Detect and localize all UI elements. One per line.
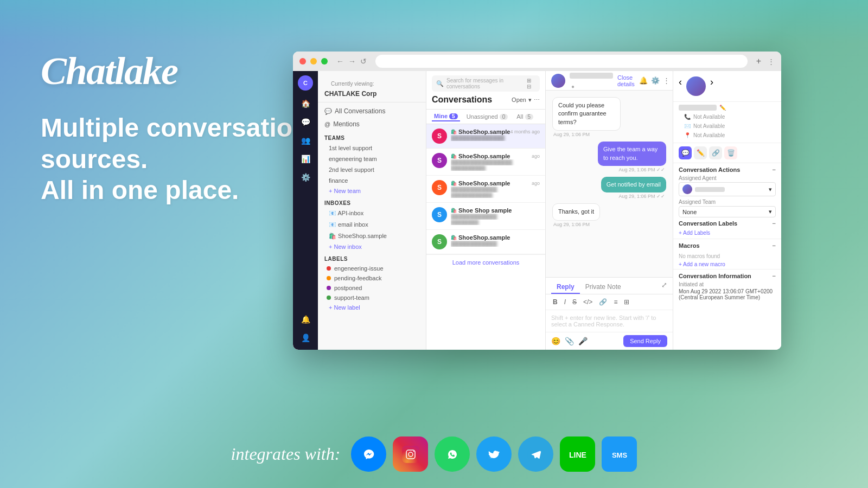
inbox-api[interactable]: 📧 API-inbox bbox=[318, 208, 426, 219]
conv-info-collapse[interactable]: − bbox=[773, 273, 776, 279]
assigned-agent-select[interactable]: ▾ bbox=[679, 182, 776, 196]
add-labels-btn[interactable]: + Add Labels bbox=[679, 229, 776, 237]
conv-filter[interactable]: Open ▾ ⋯ bbox=[512, 97, 540, 104]
conv-avatar-3: S bbox=[432, 180, 447, 195]
reply-tab[interactable]: Reply bbox=[551, 281, 580, 294]
browser-menu[interactable]: ⋮ bbox=[768, 57, 775, 66]
inbox-shoeshop[interactable]: 🛍️ ShoeShop.sample bbox=[318, 230, 426, 242]
sidebar-reports-icon[interactable]: 📊 bbox=[298, 151, 313, 166]
conv-item-2[interactable]: S 🛍️ ShoeShop.sample ago ███████████████… bbox=[426, 149, 545, 176]
reply-tabs: Reply Private Note ⤢ bbox=[546, 278, 673, 294]
rp-edit-icon[interactable]: ✏️ bbox=[719, 105, 726, 111]
team-engineering[interactable]: engeneering team bbox=[318, 153, 426, 164]
msg-row-4: Thanks, got it Aug 29, 1:06 PM bbox=[552, 203, 666, 227]
label-support-team[interactable]: support-team bbox=[318, 293, 426, 303]
svg-point-4 bbox=[413, 451, 414, 452]
close-details-btn[interactable]: Close details bbox=[617, 74, 635, 87]
app-sidebar: C 🏠 💬 👥 📊 ⚙️ 🔔 👤 bbox=[293, 71, 318, 350]
private-note-tab[interactable]: Private Note bbox=[580, 281, 627, 294]
load-more-btn[interactable]: Load more conversations bbox=[426, 254, 545, 270]
conv-preview-4: ████████████ bbox=[451, 214, 540, 220]
indent-button[interactable]: ⊞ bbox=[622, 298, 631, 306]
msg-text-2: Give the team a way to reach you. bbox=[603, 146, 658, 160]
tab-all[interactable]: All 5 bbox=[514, 112, 535, 121]
label-dot-pending bbox=[327, 276, 331, 280]
close-dot[interactable] bbox=[299, 58, 306, 65]
label-postponed[interactable]: postponed bbox=[318, 283, 426, 293]
rp-prev-button[interactable]: ‹ bbox=[679, 76, 682, 88]
team-2nd-level[interactable]: 2nd level support bbox=[318, 164, 426, 175]
address-bar[interactable] bbox=[375, 55, 748, 68]
sidebar-avatar[interactable]: C bbox=[298, 75, 313, 91]
back-button[interactable]: ← bbox=[336, 57, 344, 66]
minimize-dot[interactable] bbox=[310, 58, 317, 65]
bold-button[interactable]: B bbox=[551, 298, 559, 306]
emoji-button[interactable]: 😊 bbox=[551, 337, 560, 345]
conv-labels-collapse[interactable]: − bbox=[773, 220, 776, 227]
label-engineering-issue[interactable]: engeneering-issue bbox=[318, 264, 426, 273]
more-icon[interactable]: ⋮ bbox=[663, 76, 670, 85]
reply-input[interactable]: Shift + enter for new line. Start with '… bbox=[546, 310, 673, 332]
sidebar-home-icon[interactable]: 🏠 bbox=[298, 96, 313, 111]
tagline: Multiple conversation sources. All in on… bbox=[41, 112, 312, 206]
sidebar-settings-icon[interactable]: ⚙️ bbox=[298, 170, 313, 185]
nav-all-conversations[interactable]: 💬 All Conversations bbox=[318, 105, 426, 118]
sidebar-notification-icon[interactable]: 🔔 bbox=[298, 312, 313, 327]
viewing-value: CHATLAKE Corp bbox=[324, 90, 419, 98]
whatsapp-icon[interactable] bbox=[435, 436, 470, 472]
rp-next-button[interactable]: › bbox=[710, 76, 713, 88]
assigned-agent-label: Assigned Agent bbox=[679, 175, 776, 181]
conv-search-bar[interactable]: 🔍 Search for messages in conversations ⊞… bbox=[432, 75, 540, 92]
sidebar-user-icon[interactable]: 👤 bbox=[298, 330, 313, 345]
new-inbox-btn[interactable]: + New inbox bbox=[318, 242, 426, 252]
attach-button[interactable]: 📎 bbox=[565, 337, 574, 345]
instagram-icon[interactable] bbox=[393, 436, 428, 472]
tab-unassigned[interactable]: Unassigned 0 bbox=[464, 112, 510, 121]
conv-items-list: S 🛍️ ShoeShop.sample 4 months ago ██████… bbox=[426, 124, 545, 350]
messenger-icon[interactable] bbox=[351, 436, 386, 472]
send-reply-button[interactable]: Send Reply bbox=[623, 335, 667, 347]
strikethrough-button[interactable]: S bbox=[571, 298, 578, 306]
audio-button[interactable]: 🎤 bbox=[578, 337, 588, 345]
label-dot-engineering bbox=[327, 266, 331, 271]
conv-item-5[interactable]: S 🛍️ ShoeShop.sample ████████████ bbox=[426, 230, 545, 254]
maximize-dot[interactable] bbox=[321, 58, 328, 65]
tab-mine[interactable]: Mine 5 bbox=[432, 112, 460, 121]
forward-button[interactable]: → bbox=[348, 57, 356, 66]
team-finance[interactable]: finance bbox=[318, 175, 426, 186]
list-button[interactable]: ≡ bbox=[612, 298, 619, 306]
rp-action-edit[interactable]: ✏️ bbox=[694, 146, 707, 159]
conv-item-4[interactable]: S 🛍️ Shoe Shop sample ████████████ █████… bbox=[426, 203, 545, 230]
merge-icon[interactable]: ⚙️ bbox=[651, 76, 660, 85]
rp-action-chat[interactable]: 💬 bbox=[679, 146, 692, 159]
link-button[interactable]: 🔗 bbox=[597, 298, 609, 306]
rp-action-delete[interactable]: 🗑️ bbox=[724, 146, 737, 159]
inbox-email[interactable]: 📧 email inbox bbox=[318, 219, 426, 230]
sidebar-contacts-icon[interactable]: 👥 bbox=[298, 133, 313, 148]
sms-icon[interactable]: SMS bbox=[602, 436, 637, 472]
macros-collapse[interactable]: − bbox=[773, 242, 776, 249]
new-label-btn[interactable]: + New label bbox=[318, 303, 426, 312]
conv-actions-collapse[interactable]: − bbox=[773, 166, 776, 173]
mute-icon[interactable]: 🔔 bbox=[639, 76, 648, 85]
sidebar-conversation-icon[interactable]: 💬 bbox=[298, 114, 313, 130]
assigned-team-select[interactable]: None ▾ bbox=[679, 206, 776, 217]
new-team-btn[interactable]: + New team bbox=[318, 186, 426, 196]
italic-button[interactable]: I bbox=[563, 298, 567, 306]
line-icon[interactable]: LINE bbox=[560, 436, 595, 472]
conv-item-1[interactable]: S 🛍️ ShoeShop.sample 4 months ago ██████… bbox=[426, 124, 545, 149]
reply-expand-icon[interactable]: ⤢ bbox=[661, 281, 667, 294]
team-1st-level[interactable]: 1st level support bbox=[318, 143, 426, 153]
assigned-agent-field: Assigned Agent ▾ bbox=[679, 175, 776, 196]
tab-all-label: All bbox=[516, 113, 523, 120]
twitter-icon[interactable] bbox=[476, 436, 512, 472]
nav-mentions[interactable]: @ Mentions bbox=[318, 118, 426, 131]
code-button[interactable]: </> bbox=[582, 298, 594, 306]
refresh-button[interactable]: ↺ bbox=[360, 57, 367, 66]
rp-action-link[interactable]: 🔗 bbox=[709, 146, 722, 159]
label-pending-feedback[interactable]: pending-feedback bbox=[318, 273, 426, 283]
add-macro-btn[interactable]: + Add a new macro bbox=[679, 261, 776, 267]
telegram-icon[interactable] bbox=[518, 436, 553, 472]
conv-item-3[interactable]: S 🛍️ ShoeShop.sample ago ████████████ ██… bbox=[426, 176, 545, 203]
new-tab-button[interactable]: + bbox=[756, 56, 761, 66]
